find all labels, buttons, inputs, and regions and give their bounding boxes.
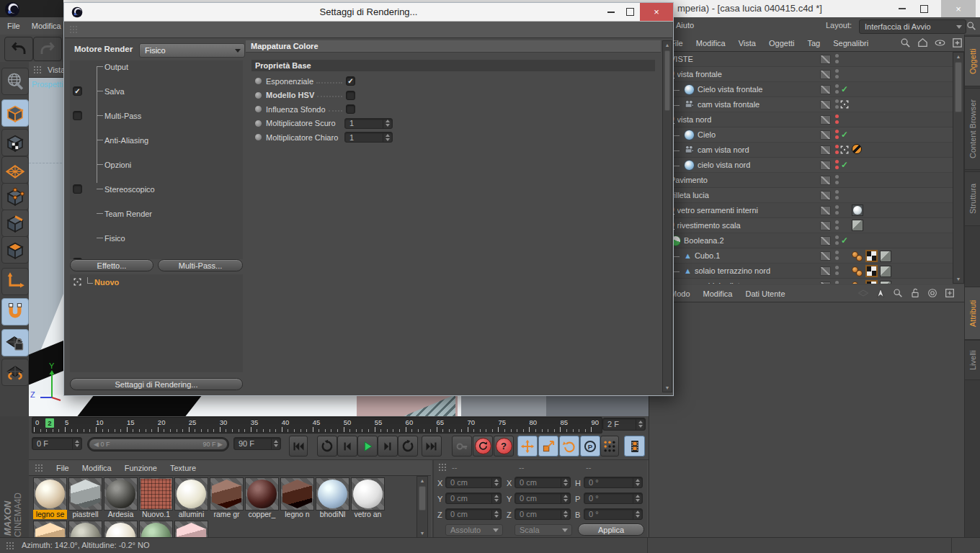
material-row2-4[interactable] [174,521,208,538]
material-label[interactable]: legno se [33,510,67,519]
object-row-booleana.2[interactable]: Booleana.2✓ [664,233,953,248]
visibility-dot[interactable] [835,145,839,148]
render-tree-item-output[interactable]: Output [70,60,243,73]
material-ardesia[interactable] [104,477,138,511]
layer-chip[interactable] [820,115,831,125]
autokey-button[interactable] [473,436,493,457]
layer-chip[interactable] [820,282,831,284]
object-row-cam-vista-frontale[interactable]: cam vista frontale [664,97,953,112]
visibility-dots[interactable] [835,114,839,124]
tab-struttura[interactable]: Struttura [965,171,980,226]
render-tree-item-fisico[interactable]: Fisico [70,232,243,244]
om-menu-segnalibri[interactable]: Segnalibri [833,39,868,48]
cursor-icon[interactable] [875,287,886,299]
loop-forward-button[interactable] [398,436,418,457]
coord-field-p2[interactable]: 0 ° [584,493,643,504]
material-row2-0[interactable] [33,521,67,538]
uvw-tag-icon[interactable] [865,250,878,262]
spinner-icon[interactable] [636,418,645,430]
coord-field-x1[interactable]: 0 cm [514,477,571,488]
object-row-cielo-vista-nord[interactable]: cielo vista nord✓ [664,158,953,173]
material-label[interactable]: Nuovo.1 [139,510,173,519]
disabled-sign-icon[interactable] [852,144,862,154]
object-row-pavimento[interactable]: Pavimento [664,173,953,188]
visibility-dot[interactable] [835,281,839,284]
panel-grip[interactable] [35,464,43,472]
visibility-dots[interactable] [835,281,839,284]
visibility-dots[interactable] [835,69,839,78]
record-key-button[interactable] [452,436,472,457]
material-legno-n[interactable] [280,477,314,511]
visibility-dot[interactable] [835,105,839,109]
spinner-icon[interactable] [561,509,570,519]
eye-icon[interactable] [934,37,946,49]
object-row-cielo-vista-frontale[interactable]: Cielo vista frontale✓ [664,82,953,97]
lock-open-icon[interactable] [909,287,921,299]
visibility-dot[interactable] [835,241,839,245]
om-menu-modifica[interactable]: Modifica [696,39,726,48]
layer-chip[interactable] [820,100,831,109]
visibility-dot[interactable] [835,120,839,124]
enabled-check-icon[interactable]: ✓ [839,160,850,170]
visibility-dots[interactable] [835,175,839,184]
visibility-dots[interactable] [835,266,839,275]
scroll-down-icon[interactable]: ▼ [417,529,427,537]
spinner-icon[interactable] [383,132,392,142]
om-menu-tag[interactable]: Tag [807,39,820,48]
prop-bullet-icon[interactable] [254,133,262,141]
add-icon[interactable] [951,37,963,49]
prop-bullet-icon[interactable] [254,91,262,99]
spinner-icon[interactable] [633,477,642,487]
texture-mode-cube-button[interactable] [1,129,29,156]
visibility-dot[interactable] [835,114,839,118]
target-circles-icon[interactable] [927,287,938,299]
spinner-icon[interactable] [383,119,392,128]
layer-chip[interactable] [820,221,831,230]
render-tree-item-multi-pass[interactable]: Multi-Pass [70,109,243,122]
range-end-field[interactable]: 90 F [233,437,281,450]
prop-bullet-icon[interactable] [254,77,262,85]
jump-end-button[interactable] [422,436,442,457]
main-minimize-button[interactable] [892,0,912,17]
render-view-globe-button[interactable] [1,68,29,95]
material-tag-stone[interactable] [880,281,891,284]
visibility-dot[interactable] [835,251,839,254]
workplane-lock-button[interactable] [1,329,29,356]
checkbox-unchecked[interactable] [346,104,355,114]
uvw-tag-icon[interactable] [865,280,878,284]
material-tag-stone[interactable] [852,220,863,231]
effect-button[interactable]: Effetto... [70,259,153,271]
layer-chip[interactable] [820,176,831,185]
spinner-icon[interactable] [561,493,570,503]
loop-backward-button[interactable] [317,436,337,457]
visibility-dots[interactable] [835,130,839,139]
dialog-minimize-button[interactable] [603,3,619,21]
visibility-dot[interactable] [835,75,839,78]
layer-chip[interactable] [820,70,831,79]
scala-dropdown[interactable]: Scala [514,524,572,536]
scrollbar-thumb[interactable] [419,486,426,511]
mat-menu-funzione[interactable]: Funzione [125,464,157,472]
prop-bullet-icon[interactable] [254,120,262,127]
dialog-titlebar[interactable]: Settaggi di Rendering... × [64,3,673,22]
visibility-dot[interactable] [835,196,839,199]
section-header[interactable]: Proprietà Base [251,60,655,71]
coord-field-x0[interactable]: 0 cm [445,477,502,488]
scroll-down-icon[interactable]: ▼ [953,275,963,283]
coord-field-y1[interactable]: 0 cm [514,493,571,504]
prev-frame-button[interactable] [337,436,357,457]
visibility-dot[interactable] [835,135,839,139]
dialog-maximize-button[interactable] [622,3,638,21]
scrollbar-thumb[interactable] [955,62,962,112]
play-button[interactable] [357,436,378,457]
material-nuovo.1[interactable] [139,477,173,511]
tab-content-browser[interactable]: Content Browser [965,88,980,170]
panel-grip[interactable] [438,463,447,472]
render-tree-item-salva[interactable]: ✓Salva [70,85,243,97]
ghost-icon[interactable] [858,287,869,299]
material-tag-stone[interactable] [880,251,891,262]
lock-scale-button[interactable] [538,436,558,457]
visibility-dots[interactable] [835,220,839,230]
material-copper_[interactable] [245,477,279,511]
layer-chip[interactable] [820,236,831,246]
